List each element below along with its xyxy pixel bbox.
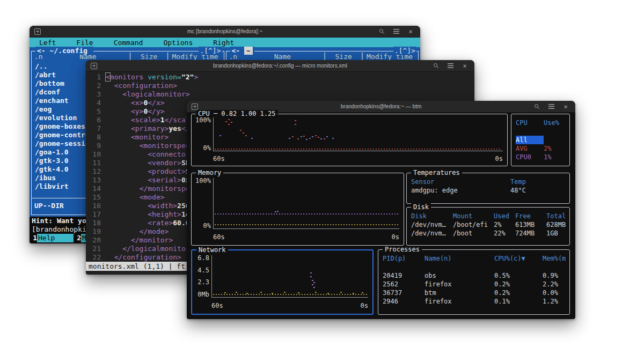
menu-item-right[interactable]: Right <box>213 39 234 47</box>
menu-item-file[interactable]: File <box>76 39 93 47</box>
network-y-axis: 6.84.52.30Mb <box>193 255 209 298</box>
fkey-label: Help <box>37 234 74 242</box>
data-point <box>295 124 296 125</box>
menu-item-command[interactable]: Command <box>114 39 143 47</box>
data-point <box>318 137 319 138</box>
data-point <box>315 292 317 293</box>
cell: 2.2% <box>543 280 566 289</box>
processes-table: PID(p)Name(n)CPU%(c)▼Mem%(m)20419obs0.5%… <box>383 254 566 306</box>
line-number: 22 <box>88 253 101 262</box>
column-header[interactable]: PID(p) <box>383 254 425 263</box>
line-number: 1 <box>88 73 101 82</box>
panel-path[interactable]: <- ~ <box>230 47 254 55</box>
column-header[interactable]: CPU%(c)▼ <box>494 254 543 263</box>
data-point <box>228 124 230 125</box>
disk-panel-title: Disk <box>411 203 431 211</box>
data-point <box>272 293 273 294</box>
temperatures-table: SensorTempamdgpu: edge48°C <box>411 178 566 195</box>
data-point <box>228 119 230 120</box>
line-number: 7 <box>88 124 101 133</box>
cell: 1GB <box>546 229 566 238</box>
column-header[interactable]: CPU <box>516 119 544 127</box>
data-point <box>313 282 315 283</box>
micro-titlebar[interactable]: brandonhopkins@fedora:~/.config — micro … <box>86 60 474 72</box>
y-axis-label: 100% <box>195 117 211 123</box>
processes-panel[interactable]: PID(p)Name(n)CPU%(c)▼Mem%(m)20419obs0.5%… <box>378 249 570 315</box>
network-x-axis: 60s 0s <box>211 302 368 309</box>
data-point <box>313 287 315 288</box>
data-point <box>295 120 296 121</box>
fkey-number: 2 <box>74 234 81 242</box>
cell: 0.1% <box>494 297 543 306</box>
x-axis-left-label: 60s <box>213 155 225 162</box>
cpu-graph <box>213 117 503 151</box>
data-point <box>303 136 305 137</box>
data-point <box>327 293 329 294</box>
mc-titlebar[interactable]: mc [brandonhopkins@fedora]:~ × <box>30 26 420 38</box>
code-line: 3 <logicalmonitor> <box>88 90 474 99</box>
data-point <box>246 293 248 294</box>
column-header[interactable]: Free <box>515 212 546 220</box>
column-header[interactable]: Used <box>494 212 515 220</box>
cell: /boot/efi <box>453 220 494 229</box>
data-point <box>310 276 312 277</box>
search-icon[interactable] <box>533 104 540 110</box>
line-number: 19 <box>88 227 101 236</box>
y-axis-label: 100% <box>195 178 211 184</box>
line-number: 8 <box>88 133 101 142</box>
column-header[interactable]: Sensor <box>411 178 510 186</box>
line-number: 11 <box>88 159 101 167</box>
legend-usage: 1% <box>544 153 566 161</box>
cell: 20419 <box>383 271 425 280</box>
column-header[interactable]: Use% <box>544 119 566 127</box>
btm-window: brandonhopkins@fedora:~ — btm × CPU ─ 0.… <box>187 101 575 319</box>
data-point <box>312 280 313 281</box>
cpu-x-axis: 60s 0s <box>213 155 503 162</box>
close-icon[interactable]: × <box>562 104 569 110</box>
search-icon[interactable] <box>378 28 385 35</box>
disk-table: DiskMountUsedFreeTotal/dev/nvm…/boot/efi… <box>411 212 566 238</box>
y-axis-label: 0Mb <box>197 291 209 298</box>
close-icon[interactable]: × <box>462 63 468 69</box>
new-tab-icon[interactable] <box>192 104 198 110</box>
line-number: 17 <box>88 210 101 219</box>
fkey-1[interactable]: 1Help <box>30 234 74 242</box>
btm-dashboard: CPU ─ 0.82 1.00 1.25 100%0% 60s 0s CPUUs… <box>187 113 575 319</box>
cell: /boot <box>453 229 494 238</box>
temperatures-panel[interactable]: Temperatures SensorTempamdgpu: edge48°C <box>406 173 570 204</box>
data-point <box>231 122 232 123</box>
column-header[interactable]: Temp <box>510 178 566 186</box>
search-icon[interactable] <box>433 63 439 69</box>
menu-item-left[interactable]: Left <box>39 39 56 47</box>
column-header[interactable]: Disk <box>411 212 453 220</box>
disk-panel[interactable]: Disk DiskMountUsedFreeTotal/dev/nvm…/boo… <box>406 207 570 246</box>
close-icon[interactable]: × <box>407 28 414 35</box>
memory-panel[interactable]: Memory 100%0% 60s 0s <box>191 173 404 246</box>
new-tab-icon[interactable] <box>91 63 97 69</box>
x-axis-left-label: 60s <box>211 302 223 309</box>
cpu-legend-panel[interactable]: CPUUse%AllAVG2%CPU01% <box>511 114 570 166</box>
menu-icon[interactable] <box>548 104 554 110</box>
data-point <box>284 292 286 293</box>
column-header[interactable]: Name(n) <box>425 254 494 263</box>
network-panel[interactable]: Network 6.84.52.30Mb 60s 0s <box>191 249 374 315</box>
column-header[interactable]: Total <box>546 212 566 220</box>
cell: obs <box>425 271 494 280</box>
cell: 0.2% <box>494 280 543 289</box>
cell: 36737 <box>383 289 425 297</box>
column-header[interactable]: Mount <box>453 212 494 220</box>
new-tab-icon[interactable] <box>34 28 41 35</box>
cpu-legend-table: CPUUse%AllAVG2%CPU01% <box>516 119 566 161</box>
panel-corner-buttons[interactable]: .[^]> <box>199 47 222 55</box>
column-header[interactable]: Mem%(m) <box>543 254 566 263</box>
cpu-panel[interactable]: CPU ─ 0.82 1.00 1.25 100%0% 60s 0s <box>191 114 508 166</box>
panel-path[interactable]: <- ~/.config <box>35 47 93 55</box>
panel-corner-buttons[interactable]: .[^]> <box>393 47 416 55</box>
data-point <box>219 135 221 136</box>
menu-item-options[interactable]: Options <box>163 39 193 47</box>
series-line <box>215 149 502 150</box>
line-number: 3 <box>88 90 101 99</box>
menu-icon[interactable] <box>447 63 453 69</box>
data-point <box>306 139 308 140</box>
menu-icon[interactable] <box>393 28 399 35</box>
